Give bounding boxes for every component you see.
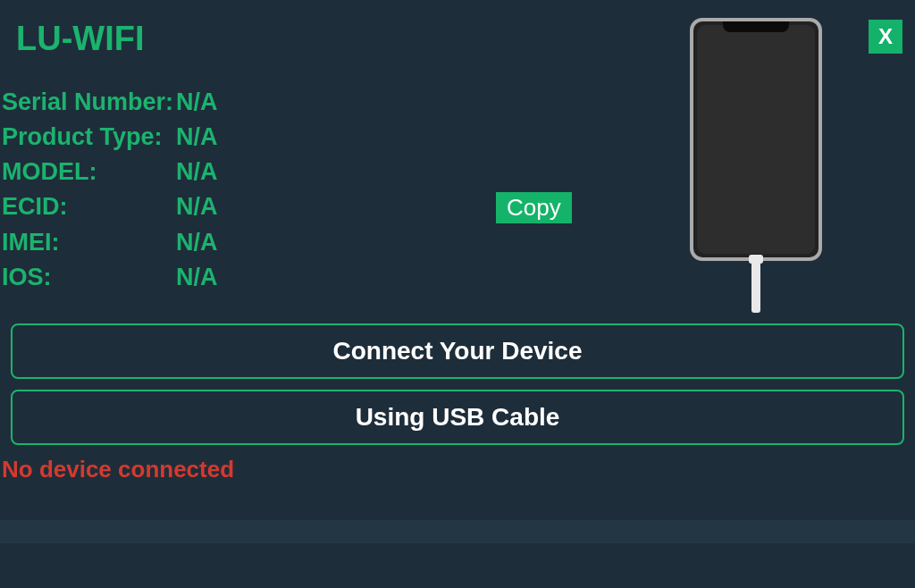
using-usb-cable-button[interactable]: Using USB Cable bbox=[11, 390, 904, 445]
ecid-label: ECID: bbox=[2, 189, 176, 224]
ecid-value: N/A bbox=[176, 189, 218, 224]
info-row-product-type: Product Type: N/A bbox=[2, 120, 218, 155]
model-value: N/A bbox=[176, 155, 218, 189]
app-title: LU-WIFI bbox=[16, 20, 145, 58]
close-icon: X bbox=[878, 24, 893, 49]
ios-value: N/A bbox=[176, 260, 218, 295]
model-label: MODEL: bbox=[2, 155, 176, 189]
imei-value: N/A bbox=[176, 225, 218, 260]
serial-label: Serial Number: bbox=[2, 85, 176, 120]
info-row-serial: Serial Number: N/A bbox=[2, 85, 218, 120]
imei-label: IMEI: bbox=[2, 225, 176, 260]
phone-illustration bbox=[690, 18, 822, 313]
ios-label: IOS: bbox=[2, 260, 176, 295]
info-row-model: MODEL: N/A bbox=[2, 155, 218, 189]
bottom-bar bbox=[0, 520, 915, 543]
product-type-label: Product Type: bbox=[2, 120, 176, 155]
phone-body-icon bbox=[690, 18, 822, 261]
status-message: No device connected bbox=[2, 456, 234, 483]
action-buttons: Connect Your Device Using USB Cable bbox=[11, 323, 904, 456]
product-type-value: N/A bbox=[176, 120, 218, 155]
info-row-ecid: ECID: N/A bbox=[2, 189, 218, 224]
close-button[interactable]: X bbox=[869, 20, 902, 54]
serial-value: N/A bbox=[176, 85, 218, 120]
device-info-list: Serial Number: N/A Product Type: N/A MOD… bbox=[2, 85, 218, 295]
usb-cable-icon bbox=[751, 261, 760, 313]
info-row-ios: IOS: N/A bbox=[2, 260, 218, 295]
info-row-imei: IMEI: N/A bbox=[2, 225, 218, 260]
copy-button[interactable]: Copy bbox=[496, 192, 572, 223]
connect-device-button[interactable]: Connect Your Device bbox=[11, 323, 904, 379]
